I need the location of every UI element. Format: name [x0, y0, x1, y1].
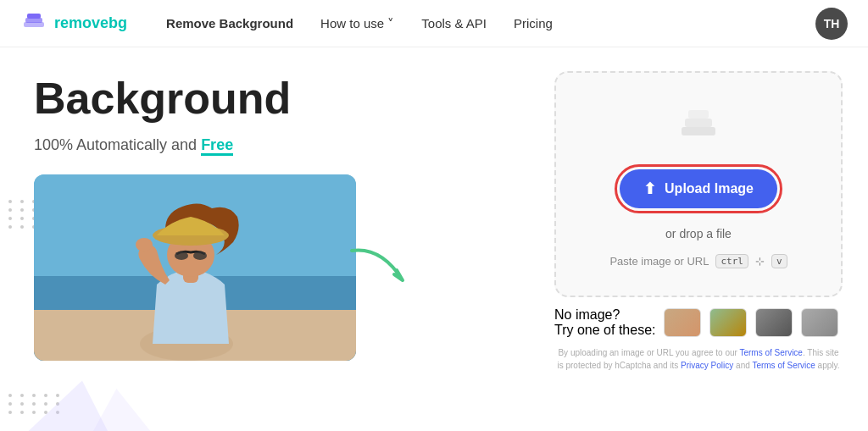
nav-remove-background[interactable]: Remove Background	[154, 11, 305, 36]
svg-rect-13	[682, 127, 715, 135]
upload-button-highlight: ⬆ Upload Image	[615, 164, 782, 213]
svg-point-12	[136, 238, 153, 251]
sample-thumb-1[interactable]	[664, 308, 701, 337]
paste-area: Paste image or URL ctrl ⊹ v	[609, 254, 787, 268]
drop-label: or drop a file	[665, 227, 732, 240]
user-avatar[interactable]: TH	[815, 8, 848, 40]
hero-image-svg	[34, 174, 356, 361]
svg-point-11	[193, 251, 207, 260]
paste-sep: ⊹	[755, 255, 765, 268]
sample-thumb-4[interactable]	[801, 308, 838, 337]
upload-button[interactable]: ⬆ Upload Image	[620, 169, 777, 208]
layers-icon	[673, 100, 724, 151]
hero-image	[34, 174, 356, 361]
upload-card: ⬆ Upload Image or drop a file Paste imag…	[554, 71, 843, 297]
logo-icon	[20, 10, 47, 37]
logo[interactable]: removebg	[20, 10, 127, 37]
svg-point-10	[175, 251, 188, 260]
navigation: removebg Remove Background How to use ˅ …	[0, 0, 868, 47]
hero-tagline: 100% Automatically and Free	[34, 136, 495, 154]
paste-kbd-ctrl: ctrl	[715, 254, 748, 268]
sample-thumb-3[interactable]	[755, 308, 793, 337]
svg-rect-15	[688, 110, 709, 119]
nav-tools-api[interactable]: Tools & API	[409, 11, 498, 36]
sample-thumb-2[interactable]	[709, 308, 747, 337]
triangle-decoration-2	[83, 386, 155, 431]
upload-section: ⬆ Upload Image or drop a file Paste imag…	[529, 47, 868, 431]
nav-how-to-use[interactable]: How to use ˅	[309, 11, 406, 36]
arrow-icon	[348, 242, 415, 293]
paste-kbd-v: v	[771, 254, 787, 268]
samples-row: No image? Try one of these:	[554, 307, 843, 338]
legal-text: By uploading an image or URL you agree t…	[554, 346, 843, 372]
hero-section: Background 100% Automatically and Free	[0, 47, 529, 431]
main-content: Background 100% Automatically and Free	[0, 47, 868, 431]
logo-text: removebg	[54, 14, 127, 32]
privacy-link[interactable]: Privacy Policy	[681, 361, 733, 370]
tos-link-1[interactable]: Terms of Service	[739, 348, 802, 357]
svg-rect-14	[685, 119, 712, 127]
hero-title: Background	[34, 75, 495, 123]
upload-arrow-icon: ⬆	[643, 180, 656, 198]
nav-links: Remove Background How to use ˅ Tools & A…	[154, 11, 815, 36]
tos-link-2[interactable]: Terms of Service	[752, 361, 815, 370]
no-image-label: No image? Try one of these:	[554, 307, 655, 338]
hero-image-wrapper	[34, 174, 356, 361]
nav-pricing[interactable]: Pricing	[502, 11, 565, 36]
svg-rect-2	[27, 14, 41, 19]
